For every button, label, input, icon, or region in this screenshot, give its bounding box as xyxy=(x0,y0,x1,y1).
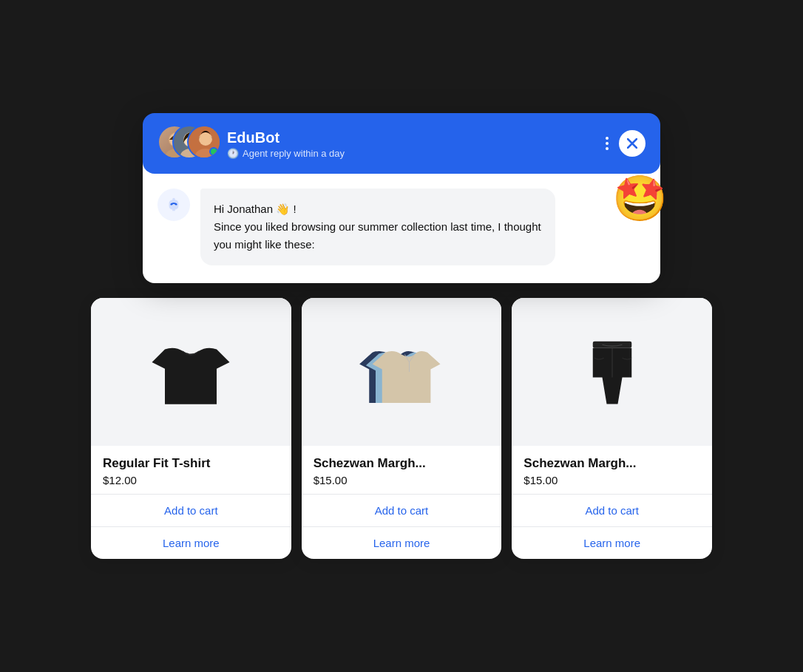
status-text: Agent reply within a day xyxy=(243,148,345,159)
product-price-1: $12.00 xyxy=(103,474,279,486)
bot-status: 🕐 Agent reply within a day xyxy=(227,148,592,159)
product-info-3: Schezwan Margh... $15.00 xyxy=(512,446,712,494)
header-actions xyxy=(603,130,646,157)
svg-point-7 xyxy=(199,132,212,146)
svg-point-9 xyxy=(171,203,173,206)
product-name-2: Schezwan Margh... xyxy=(314,456,490,471)
dot-3 xyxy=(606,147,609,150)
learn-more-button-1[interactable]: Learn more xyxy=(91,527,291,559)
product-price-2: $15.00 xyxy=(314,474,490,486)
product-info-1: Regular Fit T-shirt $12.00 xyxy=(91,446,291,494)
chat-header-info: EduBot 🕐 Agent reply within a day xyxy=(227,129,592,159)
add-to-cart-button-2[interactable]: Add to cart xyxy=(302,495,502,527)
product-name-3: Schezwan Margh... xyxy=(524,456,700,471)
chat-body: Hi Jonathan 👋 !Since you liked browsing … xyxy=(143,174,660,283)
products-section: Regular Fit T-shirt $12.00 Add to cart L… xyxy=(91,298,712,559)
add-to-cart-button-1[interactable]: Add to cart xyxy=(91,495,291,527)
online-indicator xyxy=(209,147,218,156)
product-card-1: Regular Fit T-shirt $12.00 Add to cart L… xyxy=(91,298,291,559)
message-bubble: Hi Jonathan 👋 !Since you liked browsing … xyxy=(200,189,555,265)
svg-rect-12 xyxy=(592,342,631,348)
product-card-3: Schezwan Margh... $15.00 Add to cart Lea… xyxy=(512,298,712,559)
product-price-3: $15.00 xyxy=(524,474,700,486)
chat-widget: EduBot 🕐 Agent reply within a day xyxy=(143,113,660,283)
message-text: Hi Jonathan 👋 !Since you liked browsing … xyxy=(214,203,541,251)
product-info-2: Schezwan Margh... $15.00 xyxy=(302,446,502,494)
avatar-stack xyxy=(157,125,217,162)
scene: EduBot 🕐 Agent reply within a day xyxy=(69,91,734,581)
product-image-3 xyxy=(512,298,712,446)
more-options-button[interactable] xyxy=(603,134,611,153)
avatar-3 xyxy=(187,125,221,159)
learn-more-button-3[interactable]: Learn more xyxy=(512,527,712,559)
clock-icon: 🕐 xyxy=(227,148,239,159)
dot-2 xyxy=(606,142,609,145)
product-image-1 xyxy=(91,298,291,446)
chat-header: EduBot 🕐 Agent reply within a day xyxy=(143,113,660,174)
product-actions-2: Add to cart Learn more xyxy=(302,494,502,559)
add-to-cart-button-3[interactable]: Add to cart xyxy=(512,495,712,527)
learn-more-button-2[interactable]: Learn more xyxy=(302,527,502,559)
product-image-2 xyxy=(302,298,502,446)
svg-point-10 xyxy=(175,203,177,206)
product-card-2: Schezwan Margh... $15.00 Add to cart Lea… xyxy=(302,298,502,559)
product-actions-3: Add to cart Learn more xyxy=(512,494,712,559)
product-name-1: Regular Fit T-shirt xyxy=(103,456,279,471)
dot-1 xyxy=(606,137,609,140)
message-row: Hi Jonathan 👋 !Since you liked browsing … xyxy=(157,189,646,265)
bot-name: EduBot xyxy=(227,129,592,146)
close-button[interactable] xyxy=(619,130,646,157)
product-actions-1: Add to cart Learn more xyxy=(91,494,291,559)
star-emoji: 🤩 xyxy=(612,172,668,225)
bot-avatar-icon xyxy=(157,189,190,221)
